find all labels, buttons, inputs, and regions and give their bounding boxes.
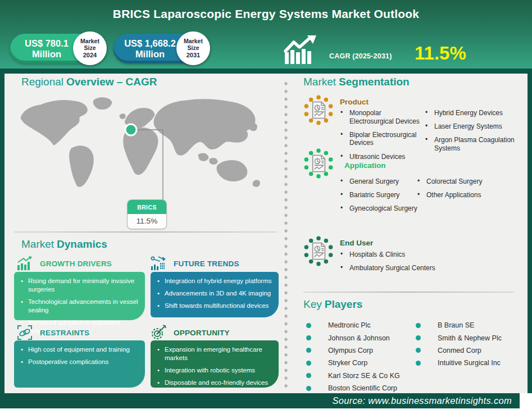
bullet-dot-icon: [306, 335, 311, 340]
market-dynamics-title: MarketDynamics: [21, 238, 107, 251]
left-border-strip: [0, 74, 4, 393]
list-item: Expansion in emerging healthcare markets: [157, 345, 273, 362]
list-item: Conmed Corp: [416, 344, 502, 357]
list-item: Monopolar Electrosurgical Devices: [340, 109, 424, 125]
opportunity-label: OPPORTUNITY: [174, 329, 230, 337]
list-item: Olympus Corp: [306, 344, 400, 357]
dotted-column-divider: [284, 80, 288, 390]
product-list-col2: Hybrid Energy Devices Laser Energy Syste…: [425, 109, 522, 158]
list-item: General Surgery: [340, 178, 424, 186]
right-border-strip: [528, 74, 532, 393]
list-item: Johnson & Johnson: [306, 331, 400, 344]
growth-drivers-icon: [17, 256, 33, 271]
left-section-divider: [14, 231, 277, 233]
application-heading: Application: [344, 161, 386, 170]
opportunity-gear-target-icon: [151, 325, 166, 340]
key-players-col2: B Braun SE Smith & Nephew Plc Conmed Cor…: [416, 319, 502, 370]
list-item: Stryker Corp: [306, 357, 400, 369]
title-regular: Market: [303, 76, 336, 88]
list-item: Intuitive Surgical Inc: [416, 357, 502, 369]
title-regular: Market: [21, 238, 54, 250]
source-bar: Source: www.businessmarketinsights.com: [0, 393, 520, 408]
bullet-dot-icon: [416, 335, 421, 340]
application-segment-icon: [302, 147, 335, 180]
application-list-col1: General Surgery Bariatric Surgery Gyneco…: [340, 178, 424, 218]
regional-overview-title: RegionalOverview – CAGR: [21, 76, 157, 88]
brics-cagr-callout: BRICS 11.5%: [127, 199, 167, 229]
bullet-dot-icon: [306, 386, 311, 391]
list-item: High cost of equipment and training: [21, 345, 139, 354]
application-list-col2: Colorectal Surgery Other Applications: [417, 178, 518, 204]
list-item: Advancements in 3D and 4K imaging: [157, 289, 273, 298]
key-players-title: KeyPlayers: [303, 298, 362, 311]
list-item: Hybrid Energy Devices: [425, 109, 522, 117]
title-bold: Dynamics: [57, 238, 107, 250]
callout-cagr-value: 11.5%: [128, 214, 166, 229]
bullet-dot-icon: [416, 361, 421, 366]
restraints-chain-icon: [17, 325, 33, 340]
brics-map-pin-icon: [125, 124, 137, 135]
market-size-2031-badge: US$ 1,668.2 Million Market Size 2031: [113, 34, 210, 63]
infographic-canvas: BRICS Laparoscopic Energy Systems Market…: [0, 0, 532, 414]
list-item: Bariatric Surgery: [340, 191, 424, 199]
key-players-col1: Medtronic Plc Johnson & Johnson Olympus …: [306, 319, 400, 394]
header-banner: BRICS Laparoscopic Energy Systems Market…: [0, 0, 532, 69]
bullet-dot-icon: [306, 373, 311, 378]
restraints-header: RESTRAINTS: [17, 325, 89, 340]
list-item: Postoperative complications: [21, 358, 139, 366]
market-size-label: Market Size: [181, 38, 205, 52]
bullet-dot-icon: [416, 348, 421, 353]
market-size-year: 2024: [83, 52, 97, 58]
opportunity-box: Expansion in emerging healthcare markets…: [151, 340, 279, 388]
market-size-2024-badge: US$ 780.1 Million Market Size 2024: [10, 34, 107, 63]
future-trends-box: Integration of hybrid energy platforms A…: [151, 272, 279, 317]
top-divider-strip: [0, 69, 532, 74]
future-trends-icon: [151, 256, 166, 271]
list-item: Boston Scientific Corp: [306, 382, 400, 394]
list-item: Argon Plasma Coagulation Systems: [425, 136, 522, 152]
list-item: Gynecological Surgery: [340, 204, 424, 213]
bullet-dot-icon: [306, 323, 311, 328]
list-item: Shift towards multifunctional devices: [157, 302, 273, 310]
market-size-2031-year-circle: Market Size 2031: [176, 31, 210, 65]
bullet-dot-icon: [306, 348, 311, 353]
bullet-dot-icon: [416, 323, 421, 328]
title-regular: Key: [303, 298, 322, 310]
product-segment-icon: [302, 94, 335, 126]
list-item: Other Applications: [417, 191, 518, 199]
list-item: Integration of hybrid energy platforms: [157, 277, 273, 285]
restraints-box: High cost of equipment and training Post…: [14, 340, 145, 388]
right-section-divider: [303, 292, 514, 293]
market-segmentation-title: MarketSegmentation: [303, 76, 410, 88]
page-title: BRICS Laparoscopic Energy Systems Market…: [0, 7, 532, 21]
bullet-dot-icon: [306, 361, 311, 366]
list-item: Ambulatory Surgical Centers: [340, 264, 463, 272]
list-item: B Braun SE: [416, 319, 502, 331]
end-user-list: Hospitals & Clinics Ambulatory Surgical …: [340, 251, 463, 277]
restraints-label: RESTRAINTS: [40, 329, 89, 337]
market-size-year: 2031: [187, 52, 200, 58]
list-item: Medtronic Plc: [306, 319, 400, 331]
growth-drivers-header: GROWTH DRIVERS: [17, 256, 112, 271]
title-bold: Segmentation: [339, 76, 410, 88]
list-item: Ultrasonic Devices: [340, 153, 424, 161]
list-item: Smith & Nephew Plc: [416, 331, 502, 344]
callout-region-label: BRICS: [128, 200, 166, 214]
growth-drivers-box: Rising demand for minimally invasive sur…: [14, 272, 145, 320]
cagr-period-label: CAGR (2025-2031): [329, 52, 392, 60]
market-size-2024-year-circle: Market Size 2024: [73, 31, 107, 65]
future-trends-label: FUTURE TRENDS: [174, 260, 239, 268]
growth-drivers-label: GROWTH DRIVERS: [40, 260, 112, 268]
cagr-value: 11.5%: [415, 43, 466, 64]
title-bold: Players: [325, 298, 363, 310]
list-item: Hospitals & Clinics: [340, 251, 463, 259]
market-size-label: Market Size: [78, 38, 102, 52]
product-heading: Product: [340, 98, 369, 106]
future-trends-header: FUTURE TRENDS: [151, 256, 239, 271]
end-user-segment-icon: [302, 235, 335, 267]
product-list-col1: Monopolar Electrosurgical Devices Bipola…: [340, 109, 424, 166]
title-bold: Overview – CAGR: [66, 76, 157, 88]
source-link[interactable]: Source: www.businessmarketinsights.com: [332, 395, 512, 406]
opportunity-header: OPPORTUNITY: [151, 325, 230, 340]
list-item: Bipolar Electrosurgical Devices: [340, 131, 424, 147]
